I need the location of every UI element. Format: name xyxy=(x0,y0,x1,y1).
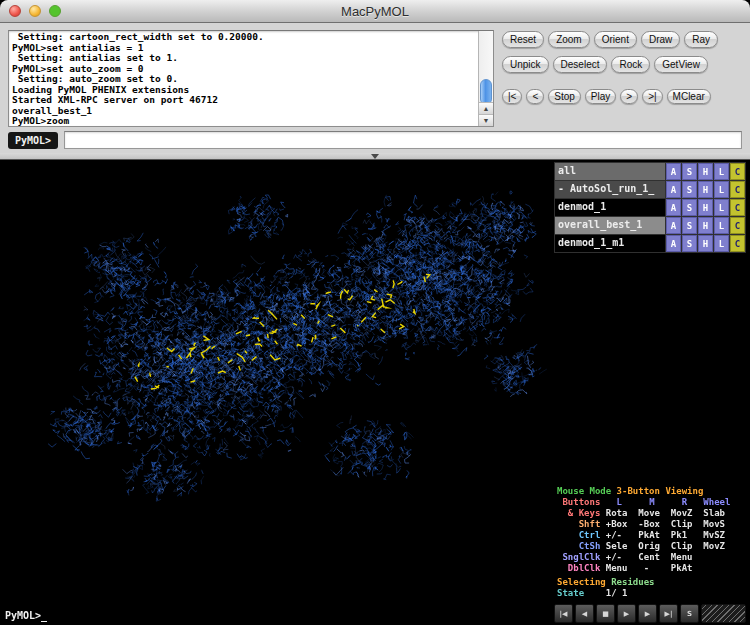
button-step-forward[interactable]: > xyxy=(620,89,638,104)
upper-chrome: Setting: cartoon_rect_width set to 0.200… xyxy=(0,23,750,160)
mouse-matrix-line: DblClk Menu - PkAt xyxy=(557,563,743,574)
object-menu-l[interactable]: L xyxy=(714,181,729,198)
button-zoom[interactable]: Zoom xyxy=(548,31,590,48)
button-ray[interactable]: Ray xyxy=(684,31,718,48)
macpymol-window: MacPyMOL Setting: cartoon_rect_width set… xyxy=(0,0,750,625)
splitter-triangle-icon xyxy=(371,154,379,159)
object-menu-s[interactable]: S xyxy=(682,163,697,180)
object-menu-l[interactable]: L xyxy=(714,235,729,252)
selecting-line[interactable]: Selecting Residues xyxy=(557,577,743,588)
close-button[interactable] xyxy=(9,5,21,17)
object-row-overall-best-1: overall_best_1ASHLC xyxy=(555,217,745,234)
object-menu-s[interactable]: S xyxy=(682,199,697,216)
mouse-panel-text: 1/ 1 xyxy=(590,588,628,598)
button-getview[interactable]: GetView xyxy=(654,56,708,73)
window-controls xyxy=(9,5,61,17)
object-menu-h[interactable]: H xyxy=(698,181,713,198)
button-play[interactable]: Play xyxy=(585,89,616,104)
mouse-mode-line[interactable]: Mouse Mode 3-Button Viewing xyxy=(557,486,743,497)
state-line[interactable]: State 1/ 1 xyxy=(557,588,743,599)
mouse-panel-text: Buttons xyxy=(557,497,606,507)
mouse-panel-text: Selecting xyxy=(557,577,611,587)
mouse-panel-text: Rota Move MovZ Slab xyxy=(606,508,725,518)
button-skip-end[interactable]: >| xyxy=(642,89,662,104)
button-unpick[interactable]: Unpick xyxy=(502,56,549,73)
object-menu-h[interactable]: H xyxy=(698,235,713,252)
mouse-matrix-line: SnglClk +/- Cent Menu xyxy=(557,552,743,563)
mouse-panel-text: Mouse Mode xyxy=(557,486,617,496)
movie-controls: |◀◀■▶▶▶|S xyxy=(554,604,746,623)
toolbar: ResetZoomOrientDrawRay UnpickDeselectRoc… xyxy=(502,30,742,127)
mouse-panel-text: +Box -Box Clip MovS xyxy=(606,519,725,529)
object-name[interactable]: denmod_1_m1 xyxy=(555,235,665,252)
movie-step-back-button[interactable]: ◀ xyxy=(575,604,594,623)
sidebar: allASHLC- AutoSol_run_1_ASHLCdenmod_1ASH… xyxy=(554,160,750,625)
button-deselect[interactable]: Deselect xyxy=(553,56,608,73)
object-row-denmod-1-m1: denmod_1_m1ASHLC xyxy=(555,235,745,252)
object-menu-a[interactable]: A xyxy=(666,163,681,180)
button-stop[interactable]: Stop xyxy=(548,89,581,104)
mouse-panel-text: State xyxy=(557,588,590,598)
object-menu-s[interactable]: S xyxy=(682,235,697,252)
object-menu-c[interactable]: C xyxy=(730,217,745,234)
minimize-button[interactable] xyxy=(29,5,41,17)
object-name[interactable]: denmod_1 xyxy=(555,199,665,216)
button-draw[interactable]: Draw xyxy=(641,31,680,48)
mouse-panel-text: Shft xyxy=(557,519,606,529)
maximize-button[interactable] xyxy=(49,5,61,17)
scroll-down-icon[interactable]: ▼ xyxy=(479,114,493,126)
movie-play-button[interactable]: ▶ xyxy=(617,604,636,623)
movie-skip-start-button[interactable]: |◀ xyxy=(554,604,573,623)
button-rock[interactable]: Rock xyxy=(611,56,650,73)
viewport-3d[interactable] xyxy=(0,160,554,607)
command-input[interactable] xyxy=(64,131,742,149)
console-line: PyMOL>zoom xyxy=(12,116,475,126)
object-menu-a[interactable]: A xyxy=(666,235,681,252)
object-menu-a[interactable]: A xyxy=(666,181,681,198)
object-menu-s[interactable]: S xyxy=(682,181,697,198)
object-menu-s[interactable]: S xyxy=(682,217,697,234)
console-log[interactable]: Setting: cartoon_rect_width set to 0.200… xyxy=(9,31,478,126)
viewer-prompt[interactable]: PyMOL>_ xyxy=(0,607,554,625)
mouse-panel-text: Menu - PkAt xyxy=(606,563,693,573)
object-menu-l[interactable]: L xyxy=(714,199,729,216)
mouse-panel-text: +/- PkAt Pk1 MvSZ xyxy=(606,530,725,540)
scroll-up-icon[interactable]: ▲ xyxy=(479,102,493,114)
object-menu-c[interactable]: C xyxy=(730,199,745,216)
resize-grip[interactable] xyxy=(701,604,746,623)
mouse-panel-text: DblClk xyxy=(557,563,606,573)
mouse-matrix-line: Ctrl +/- PkAt Pk1 MvSZ xyxy=(557,530,743,541)
object-menu-a[interactable]: A xyxy=(666,199,681,216)
mouse-panel-text: Sele Orig Clip MovZ xyxy=(606,541,725,551)
object-menu-h[interactable]: H xyxy=(698,199,713,216)
mouse-panel-text: +/- Cent Menu xyxy=(606,552,693,562)
object-menu-h[interactable]: H xyxy=(698,163,713,180)
object-menu-a[interactable]: A xyxy=(666,217,681,234)
object-menu-c[interactable]: C xyxy=(730,163,745,180)
button-skip-start[interactable]: |< xyxy=(502,89,522,104)
console-scrollbar[interactable]: ▲ ▼ xyxy=(478,31,493,126)
object-name[interactable]: all xyxy=(555,163,665,180)
object-name[interactable]: - AutoSol_run_1_ xyxy=(555,181,665,198)
object-menu-c[interactable]: C xyxy=(730,235,745,252)
movie-stop-button[interactable]: ■ xyxy=(596,604,615,623)
object-menu-l[interactable]: L xyxy=(714,217,729,234)
movie-step-forward-button[interactable]: ▶ xyxy=(638,604,657,623)
mouse-panel-text: Ctrl xyxy=(557,530,606,540)
toolbar-row-3: |<<StopPlay>>|MClear xyxy=(502,89,711,104)
movie-scene-button[interactable]: S xyxy=(680,604,699,623)
mouse-panel-text: 3-Button Viewing xyxy=(617,486,704,496)
object-name[interactable]: overall_best_1 xyxy=(555,217,665,234)
button-mclear[interactable]: MClear xyxy=(667,89,711,104)
title-bar[interactable]: MacPyMOL xyxy=(0,0,750,23)
mouse-panel-text: CtSh xyxy=(557,541,606,551)
object-menu-l[interactable]: L xyxy=(714,163,729,180)
object-menu-h[interactable]: H xyxy=(698,217,713,234)
button-step-back[interactable]: < xyxy=(526,89,544,104)
object-menu-c[interactable]: C xyxy=(730,181,745,198)
splitter-handle[interactable] xyxy=(0,153,750,160)
button-reset[interactable]: Reset xyxy=(502,31,544,48)
button-orient[interactable]: Orient xyxy=(594,31,637,48)
scrollbar-thumb[interactable] xyxy=(480,79,492,105)
movie-skip-end-button[interactable]: ▶| xyxy=(659,604,678,623)
